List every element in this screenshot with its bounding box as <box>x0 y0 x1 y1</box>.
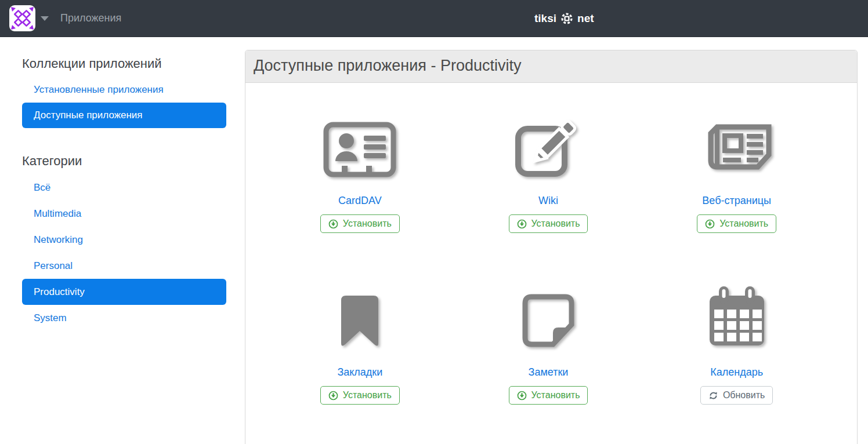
contact-card-icon <box>323 117 396 177</box>
collections-list: Установленные приложения Доступные прило… <box>22 77 226 128</box>
sidebar-item-available-apps[interactable]: Доступные приложения <box>22 103 226 128</box>
install-button-label: Установить <box>343 219 392 229</box>
app-card-notes: Заметки Установить <box>454 288 643 405</box>
app-logo[interactable] <box>9 5 35 31</box>
note-icon <box>520 288 576 349</box>
install-button-label: Установить <box>531 390 580 401</box>
sidebar-item-all[interactable]: Всё <box>22 174 226 201</box>
brand-left: tiksi <box>534 12 556 25</box>
app-name-link[interactable]: CardDAV <box>338 195 382 207</box>
app-name-link[interactable]: Закладки <box>337 366 382 379</box>
app-card-bookmarks: Закладки Установить <box>266 288 454 405</box>
panel-title: Доступные приложения - Productivity <box>245 50 857 83</box>
install-button-label: Установить <box>531 219 580 229</box>
sidebar-item-system[interactable]: System <box>22 305 226 331</box>
app-card-wiki: Wiki Установить <box>454 117 643 233</box>
install-button[interactable]: Установить <box>509 386 588 405</box>
download-circle-icon <box>517 219 527 229</box>
sidebar-item-installed-apps[interactable]: Установленные приложения <box>22 77 226 103</box>
app-card-calendar: Календарь Обновить <box>642 288 831 405</box>
update-button[interactable]: Обновить <box>700 386 773 405</box>
install-button[interactable]: Установить <box>320 386 400 405</box>
chevron-down-icon[interactable] <box>41 16 49 21</box>
sidebar-item-networking[interactable]: Networking <box>22 227 226 253</box>
download-circle-icon <box>328 219 338 229</box>
install-button-label: Установить <box>343 390 392 401</box>
download-circle-icon <box>705 219 715 229</box>
app-name-link[interactable]: Заметки <box>529 366 569 379</box>
app-card-carddav: CardDAV Установить <box>266 117 454 233</box>
edit-pencil-icon <box>514 117 583 177</box>
apps-grid: CardDAV Установить <box>245 83 857 439</box>
sidebar-item-multimedia[interactable]: Multimedia <box>22 201 226 227</box>
app-name-link[interactable]: Календарь <box>710 366 763 379</box>
sidebar-item-productivity[interactable]: Productivity <box>22 279 226 305</box>
download-circle-icon <box>328 391 338 401</box>
install-button-label: Установить <box>719 219 768 229</box>
brand: tiksi net <box>534 0 594 37</box>
app-name-link[interactable]: Веб-страницы <box>702 195 771 207</box>
download-circle-icon <box>517 391 527 401</box>
app-name-link[interactable]: Wiki <box>538 195 558 207</box>
bookmark-icon <box>337 288 383 349</box>
newspaper-icon <box>700 117 774 177</box>
calendar-icon <box>706 288 768 349</box>
sidebar-item-personal[interactable]: Personal <box>22 253 226 279</box>
collections-heading: Коллекции приложений <box>22 56 245 71</box>
topbar: Приложения tiksi net <box>0 0 868 37</box>
install-button[interactable]: Установить <box>509 214 588 233</box>
brand-globe-icon <box>560 12 573 25</box>
purple-pattern-icon <box>9 5 35 31</box>
categories-heading: Категории <box>22 154 245 169</box>
app-menu-label: Приложения <box>60 12 121 24</box>
refresh-icon <box>708 391 718 401</box>
sidebar: Коллекции приложений Установленные прило… <box>0 37 245 444</box>
app-card-webpages: Веб-страницы Установить <box>642 117 831 233</box>
page-body: Коллекции приложений Установленные прило… <box>0 37 868 444</box>
brand-right: net <box>577 12 594 25</box>
categories-list: Всё Multimedia Networking Personal Produ… <box>22 174 226 331</box>
install-button[interactable]: Установить <box>320 214 400 233</box>
update-button-label: Обновить <box>723 390 765 401</box>
install-button[interactable]: Установить <box>697 214 776 233</box>
available-apps-panel: Доступные приложения - Productivity <box>245 50 858 444</box>
